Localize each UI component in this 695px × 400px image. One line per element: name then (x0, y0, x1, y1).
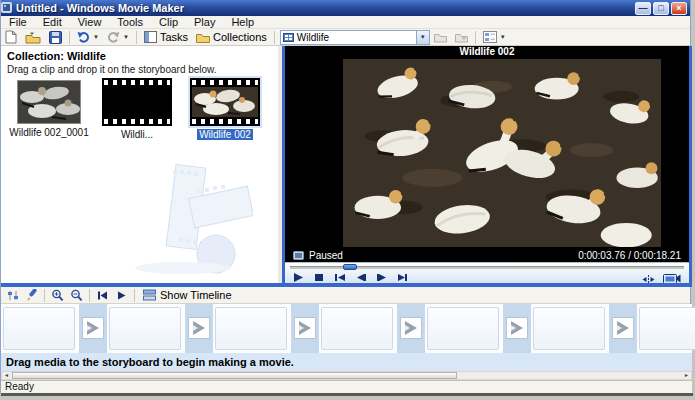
preview-status-bar: Paused 0:00:03.76 / 0:00:18.21 (285, 248, 689, 262)
clip-list: Wildlife 002_0001 Wildli... Wildlife 002 (5, 78, 269, 140)
show-timeline-label: Show Timeline (160, 289, 232, 301)
preview-pane: Wildlife 002 (285, 46, 689, 283)
clip-item-selected[interactable]: Wildlife 002 (181, 78, 269, 140)
filmstrip-sprockets (192, 80, 258, 85)
next-frame-icon (374, 272, 390, 283)
narrate-icon (25, 289, 38, 302)
timeline-icon (143, 289, 156, 301)
menu-tools[interactable]: Tools (109, 16, 151, 28)
transition-arrow-icon (83, 318, 103, 338)
storyboard-clip-slot[interactable] (639, 307, 695, 350)
collections-button[interactable]: Collections (192, 29, 271, 45)
audio-levels-icon (7, 289, 19, 302)
new-collection-folder-button[interactable] (451, 29, 472, 45)
menu-help[interactable]: Help (223, 16, 262, 28)
maximize-button[interactable]: □ (653, 2, 669, 15)
views-dropdown-arrow-icon[interactable]: ▼ (500, 34, 506, 40)
transition-slot[interactable] (79, 304, 107, 353)
up-one-level-button[interactable] (430, 29, 451, 45)
storyboard-clip-slot[interactable] (533, 307, 605, 350)
redo-icon (107, 31, 120, 43)
transition-arrow-icon (613, 318, 633, 338)
playback-controls (285, 262, 689, 283)
collection-combobox-value: Wildlife (297, 32, 329, 43)
close-button[interactable]: × (671, 2, 687, 15)
next-frame-button[interactable] (373, 272, 391, 283)
views-button[interactable]: ▼ (479, 29, 510, 45)
menu-bar: File Edit View Tools Clip Play Help (1, 16, 690, 29)
open-project-button[interactable] (21, 29, 45, 45)
clip-label: Wildli... (93, 129, 181, 140)
open-folder-icon (25, 31, 41, 44)
zoom-out-button[interactable] (67, 288, 86, 303)
storyboard-hint: Drag media to the storyboard to begin ma… (6, 356, 294, 368)
play-button[interactable] (289, 272, 307, 283)
undo-button[interactable]: ▼ (73, 29, 103, 45)
storyboard-clip-slot[interactable] (109, 307, 181, 350)
redo-button[interactable]: ▼ (103, 29, 133, 45)
storyboard-hint-strip: Drag media to the storyboard to begin ma… (1, 353, 692, 371)
narrate-timeline-button[interactable] (22, 288, 41, 303)
collections-folder-icon (196, 32, 210, 43)
clip-item[interactable]: Wildlife 002_0001 (5, 78, 93, 140)
storyboard (1, 304, 692, 353)
storyboard-clip-slot[interactable] (215, 307, 287, 350)
undo-icon (77, 31, 90, 43)
forward-button[interactable] (394, 272, 412, 283)
clip-item[interactable]: Wildli... (93, 78, 181, 140)
combobox-dropdown-arrow-icon[interactable]: ▼ (416, 31, 429, 44)
clip-thumbnail[interactable] (17, 80, 81, 124)
scroll-left-arrow-icon[interactable]: ◄ (2, 372, 11, 379)
scrollbar-thumb[interactable] (12, 372, 457, 379)
collections-button-label: Collections (213, 31, 267, 43)
title-bar: Untitled - Windows Movie Maker — □ × (1, 0, 690, 16)
rewind-icon (96, 290, 109, 301)
storyboard-clip-slot[interactable] (427, 307, 499, 350)
minimize-button[interactable]: — (635, 2, 651, 15)
transition-slot[interactable] (503, 304, 531, 353)
transition-slot[interactable] (609, 304, 637, 353)
transition-arrow-icon (295, 318, 315, 338)
set-audio-levels-button[interactable] (3, 288, 22, 303)
filmstrip-sprockets (104, 80, 170, 85)
playback-time: 0:00:03.76 / 0:00:18.21 (578, 250, 681, 261)
transition-slot[interactable] (397, 304, 425, 353)
movie-maker-app-icon (1, 0, 12, 17)
transition-slot[interactable] (291, 304, 319, 353)
menu-file[interactable]: File (1, 16, 35, 28)
clip-thumbnail[interactable] (190, 78, 260, 126)
storyboard-clip-slot[interactable] (321, 307, 393, 350)
scroll-right-arrow-icon[interactable]: ► (682, 372, 691, 379)
new-project-button[interactable] (1, 29, 21, 45)
stop-button[interactable] (310, 272, 328, 283)
clip-thumbnail[interactable] (102, 78, 172, 126)
zoom-in-button[interactable] (48, 288, 67, 303)
redo-dropdown-arrow-icon[interactable]: ▼ (123, 34, 129, 40)
seek-thumb[interactable] (343, 264, 357, 270)
preview-clip-title: Wildlife 002 (285, 46, 689, 58)
collection-pane-title: Collection: Wildlife (7, 50, 106, 62)
stop-icon (311, 272, 327, 283)
save-project-button[interactable] (45, 29, 66, 45)
transition-slot[interactable] (185, 304, 213, 353)
menu-edit[interactable]: Edit (35, 16, 70, 28)
undo-dropdown-arrow-icon[interactable]: ▼ (93, 34, 99, 40)
preview-border-right (689, 46, 692, 287)
window-shadow (1, 393, 693, 396)
menu-play[interactable]: Play (186, 16, 223, 28)
rewind-storyboard-button[interactable] (93, 288, 112, 303)
back-icon (332, 272, 348, 283)
show-timeline-button[interactable]: Show Timeline (138, 287, 237, 303)
storyboard-scrollbar[interactable]: ◄ ► (1, 371, 692, 380)
storyboard-clip-slot[interactable] (3, 307, 75, 350)
menu-view[interactable]: View (70, 16, 110, 28)
back-button[interactable] (331, 272, 349, 283)
collection-combobox[interactable]: Wildlife ▼ (280, 30, 430, 45)
play-storyboard-button[interactable] (112, 288, 131, 303)
menu-clip[interactable]: Clip (151, 16, 186, 28)
previous-frame-button[interactable] (352, 272, 370, 283)
tasks-button[interactable]: Tasks (140, 29, 192, 45)
monitor-status-icon (293, 251, 304, 260)
clip-photo (192, 87, 258, 117)
tasks-panel-icon (144, 31, 157, 43)
